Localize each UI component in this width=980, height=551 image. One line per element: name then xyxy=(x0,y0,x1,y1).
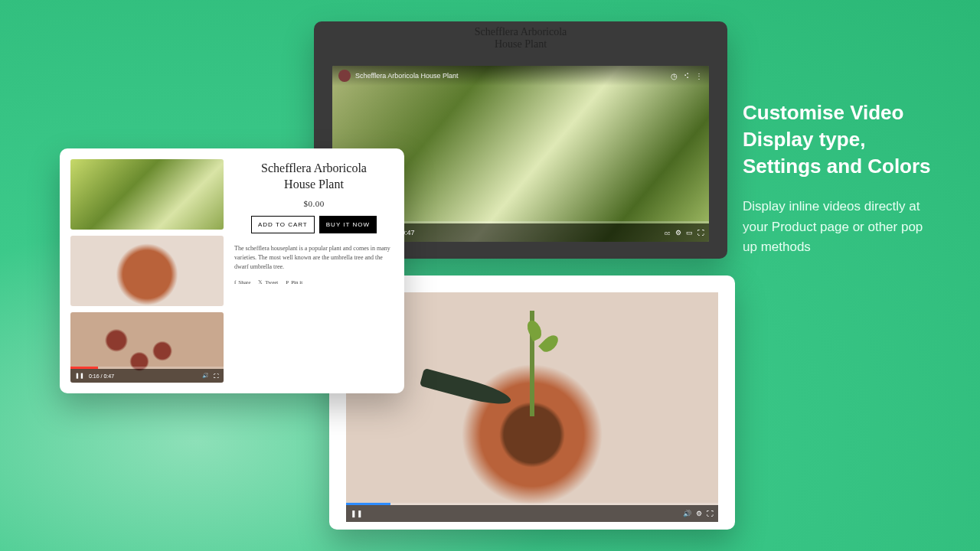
youtube-icon[interactable]: ▭ xyxy=(686,229,693,236)
captions-icon[interactable]: ㏄ xyxy=(664,228,671,238)
time-display: 0:16 / 0:47 xyxy=(89,373,114,379)
pause-icon[interactable]: ❚❚ xyxy=(75,373,84,379)
buy-now-button[interactable]: BUY IT NOW xyxy=(319,216,377,233)
facebook-icon: f xyxy=(234,279,236,285)
product-price: $0.00 xyxy=(234,199,394,208)
gallery-thumb[interactable] xyxy=(70,159,224,230)
pause-icon[interactable]: ❚❚ xyxy=(351,510,363,517)
marketing-copy: Customise Video Display type, Settings a… xyxy=(743,99,934,257)
gallery-thumb[interactable] xyxy=(70,236,224,306)
settings-icon[interactable]: ⚙ xyxy=(675,229,681,236)
add-to-cart-button[interactable]: ADD TO CART xyxy=(251,216,315,233)
youtube-titlebar: Schefflera Arboricola House Plant ◷ ⠪ ⋮ xyxy=(332,66,709,86)
share-twitter[interactable]: 𝕏Tweet xyxy=(258,279,278,285)
gallery-video-thumb[interactable]: ❚❚ 0:16 / 0:47 🔊 ⛶ xyxy=(70,312,224,383)
share-pinterest[interactable]: PPin it xyxy=(286,279,302,285)
share-icon[interactable]: ⠪ xyxy=(684,72,689,80)
product-details: Schefflera Arboricola House Plant $0.00 … xyxy=(234,159,394,383)
volume-icon[interactable]: 🔊 xyxy=(683,510,691,517)
product-gallery: ❚❚ 0:16 / 0:47 🔊 ⛶ xyxy=(70,159,224,383)
copy-body: Display inline videos directly at your P… xyxy=(743,197,934,257)
pinterest-icon: P xyxy=(286,279,289,285)
settings-icon[interactable]: ⚙ xyxy=(696,510,702,517)
product-title: Schefflera Arboricola House Plant xyxy=(234,161,394,193)
share-facebook[interactable]: fShare xyxy=(234,279,250,285)
fullscreen-icon[interactable]: ⛶ xyxy=(214,373,219,379)
twitter-icon: 𝕏 xyxy=(258,279,263,285)
more-icon[interactable]: ⋮ xyxy=(695,72,703,80)
product-description: The schefflera houseplant is a popular p… xyxy=(234,244,394,272)
player-controls: ❚❚ 🔊 ⚙ ⛶ xyxy=(346,505,718,522)
fullscreen-icon[interactable]: ⛶ xyxy=(707,510,714,517)
copy-heading: Customise Video Display type, Settings a… xyxy=(743,99,934,180)
product-page-card: ❚❚ 0:16 / 0:47 🔊 ⛶ Schefflera Arboricola… xyxy=(60,148,404,393)
channel-avatar[interactable] xyxy=(338,70,351,82)
video-title: Schefflera Arboricola House Plant xyxy=(355,72,458,80)
fullscreen-icon[interactable]: ⛶ xyxy=(697,229,704,236)
share-row: fShare 𝕏Tweet PPin it xyxy=(234,279,394,285)
lightbox-page-title: Schefflera Arboricola House Plant xyxy=(314,21,727,51)
watch-later-icon[interactable]: ◷ xyxy=(671,72,678,80)
volume-icon[interactable]: 🔊 xyxy=(202,373,209,379)
thumb-controls: ❚❚ 0:16 / 0:47 🔊 ⛶ xyxy=(70,369,224,383)
